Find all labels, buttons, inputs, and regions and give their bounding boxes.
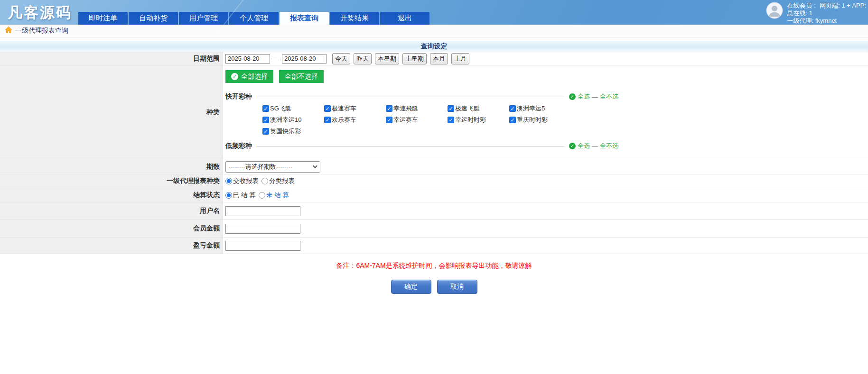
quick-date-button-本星期[interactable]: 本星期 xyxy=(375,53,399,64)
radio-分类报表[interactable]: 分类报表 xyxy=(261,177,295,185)
checkbox-label: 欢乐赛车 xyxy=(332,116,356,124)
radio-已结算[interactable]: 已 结 算 xyxy=(225,191,256,200)
breadcrumb: 一级代理报表查询 xyxy=(0,25,868,37)
checkbox-label: 澳洲幸运10 xyxy=(270,116,301,124)
radio-selected-icon xyxy=(225,178,232,184)
report-type-options: 交收报表分类报表 xyxy=(223,174,868,188)
confirm-button[interactable]: 确定 xyxy=(391,280,431,294)
checkbox-label: 重庆时时彩 xyxy=(517,116,548,124)
page: 凡客源码 即时注单自动补货用户管理个人管理报表查询开奖结果退出 在线会员： 网页… xyxy=(0,0,868,374)
category-row: 种类 ✓ 全部选择 全部不选择 快开彩种 ✓ 全 xyxy=(0,65,868,159)
radio-label: 未 结 算 xyxy=(266,191,289,200)
checkbox-checked-icon: ✓ xyxy=(262,128,269,135)
checkbox-SG飞艇[interactable]: ✓SG飞艇 xyxy=(262,104,324,113)
username-label: 用户名 xyxy=(0,202,223,219)
report-type-row: 一级代理报表种类 交收报表分类报表 xyxy=(0,174,868,188)
settle-status-options: 已 结 算未 结 算 xyxy=(223,188,868,202)
quick-date-button-昨天[interactable]: 昨天 xyxy=(354,53,372,64)
nav-tab-报表查询[interactable]: 报表查询 xyxy=(280,12,329,25)
checkbox-row: ✓英国快乐彩 xyxy=(262,127,618,136)
checkbox-checked-icon: ✓ xyxy=(262,117,269,123)
member-amount-row: 会员金额 xyxy=(0,220,868,237)
username-input[interactable] xyxy=(225,206,300,216)
period-label: 期数 xyxy=(0,159,223,174)
profit-amount-input[interactable] xyxy=(225,241,300,251)
nav-tab-开奖结果[interactable]: 开奖结果 xyxy=(330,12,379,25)
period-select[interactable]: --------请选择期数-------- xyxy=(225,161,320,173)
checkbox-checked-icon: ✓ xyxy=(324,117,331,123)
checkbox-label: 幸运赛车 xyxy=(393,116,418,124)
select-all-button-label: 全部选择 xyxy=(241,73,268,81)
date-separator: — xyxy=(273,55,279,62)
radio-unselected-icon xyxy=(259,192,265,199)
checkbox-checked-icon: ✓ xyxy=(386,105,392,112)
radio-label: 分类报表 xyxy=(269,177,295,185)
check-circle-icon: ✓ xyxy=(231,73,238,80)
quick-date-button-本月[interactable]: 本月 xyxy=(430,53,448,64)
radio-unselected-icon xyxy=(261,178,268,184)
check-circle-icon: ✓ xyxy=(569,93,576,100)
nav-tab-自动补货[interactable]: 自动补货 xyxy=(129,12,178,25)
checkbox-幸运赛车[interactable]: ✓幸运赛车 xyxy=(386,115,448,125)
date-to-input[interactable] xyxy=(282,54,327,64)
nav-tab-用户管理[interactable]: 用户管理 xyxy=(179,12,228,25)
checkbox-幸运时时彩[interactable]: ✓幸运时时彩 xyxy=(448,115,509,125)
settle-status-label: 结算状态 xyxy=(0,188,223,202)
select-all-button[interactable]: ✓ 全部选择 xyxy=(225,70,273,83)
checkbox-label: 极速赛车 xyxy=(332,104,356,113)
low-select-all-link[interactable]: 全选 xyxy=(578,142,590,150)
checkbox-checked-icon: ✓ xyxy=(386,117,392,123)
date-range-label: 日期范围 xyxy=(0,52,223,65)
date-quick-buttons: 今天昨天本星期上星期本月上月 xyxy=(332,53,469,64)
total-online-text: 总在线: 1 xyxy=(787,9,866,17)
checkbox-澳洲幸运10[interactable]: ✓澳洲幸运10 xyxy=(262,115,324,125)
period-select-value: --------请选择期数-------- xyxy=(229,163,292,171)
cancel-button[interactable]: 取消 xyxy=(437,280,477,294)
checkbox-checked-icon: ✓ xyxy=(324,105,331,112)
checkbox-极速赛车[interactable]: ✓极速赛车 xyxy=(324,104,386,113)
nav-tab-退出[interactable]: 退出 xyxy=(380,12,429,25)
user-info-lines: 在线会员： 网页端: 1 + APP: 总在线: 1 一级代理: fkymnet xyxy=(787,2,866,25)
checkbox-英国快乐彩[interactable]: ✓英国快乐彩 xyxy=(262,127,324,136)
date-from-input[interactable] xyxy=(225,54,270,64)
check-circle-icon: ✓ xyxy=(569,143,576,149)
member-amount-input[interactable] xyxy=(225,224,300,234)
checkbox-checked-icon: ✓ xyxy=(262,105,269,112)
fast-select-all-link[interactable]: 全选 xyxy=(578,92,590,101)
quick-date-button-今天[interactable]: 今天 xyxy=(332,53,350,64)
checkbox-row: ✓澳洲幸运10✓欢乐赛车✓幸运赛车✓幸运时时彩✓重庆时时彩 xyxy=(262,115,618,125)
checkbox-重庆时时彩[interactable]: ✓重庆时时彩 xyxy=(509,115,571,125)
fast-lottery-group-header: 快开彩种 ✓ 全选 — 全不选 xyxy=(225,92,618,101)
checkbox-幸運飛艇[interactable]: ✓幸運飛艇 xyxy=(386,104,448,113)
link-dash: — xyxy=(592,93,598,100)
checkbox-澳洲幸运5[interactable]: ✓澳洲幸运5 xyxy=(509,104,571,113)
divider-line xyxy=(257,97,564,97)
radio-未结算[interactable]: 未 结 算 xyxy=(259,191,289,200)
low-freq-group-label: 低频彩种 xyxy=(225,142,252,150)
radio-label: 交收报表 xyxy=(233,177,259,185)
nav-tab-即时注单[interactable]: 即时注单 xyxy=(78,12,128,25)
low-deselect-all-link[interactable]: 全不选 xyxy=(600,142,618,150)
period-row: 期数 --------请选择期数-------- xyxy=(0,159,868,174)
quick-date-button-上月[interactable]: 上月 xyxy=(451,53,469,64)
radio-selected-icon xyxy=(225,192,232,199)
deselect-all-button[interactable]: 全部不选择 xyxy=(279,70,324,83)
checkbox-欢乐赛车[interactable]: ✓欢乐赛车 xyxy=(324,115,386,125)
link-dash: — xyxy=(592,143,598,150)
fast-deselect-all-link[interactable]: 全不选 xyxy=(600,92,618,101)
checkbox-label: 极速飞艇 xyxy=(455,104,480,113)
checkbox-checked-icon: ✓ xyxy=(509,117,516,123)
page-title: 一级代理报表查询 xyxy=(15,27,68,35)
checkbox-极速飞艇[interactable]: ✓极速飞艇 xyxy=(448,104,509,113)
report-type-label: 一级代理报表种类 xyxy=(0,174,223,188)
radio-交收报表[interactable]: 交收报表 xyxy=(225,177,259,185)
checkbox-row: ✓SG飞艇✓极速赛车✓幸運飛艇✓极速飞艇✓澳洲幸运5 xyxy=(262,104,618,113)
divider-line xyxy=(257,146,564,146)
radio-label: 已 结 算 xyxy=(233,191,256,200)
avatar-icon xyxy=(766,2,783,19)
agent-name-text: 一级代理: fkymnet xyxy=(787,17,866,25)
nav-tab-个人管理[interactable]: 个人管理 xyxy=(229,12,279,25)
app-logo: 凡客源码 xyxy=(8,3,72,23)
quick-date-button-上星期[interactable]: 上星期 xyxy=(402,53,427,64)
member-amount-label: 会员金额 xyxy=(0,220,223,237)
